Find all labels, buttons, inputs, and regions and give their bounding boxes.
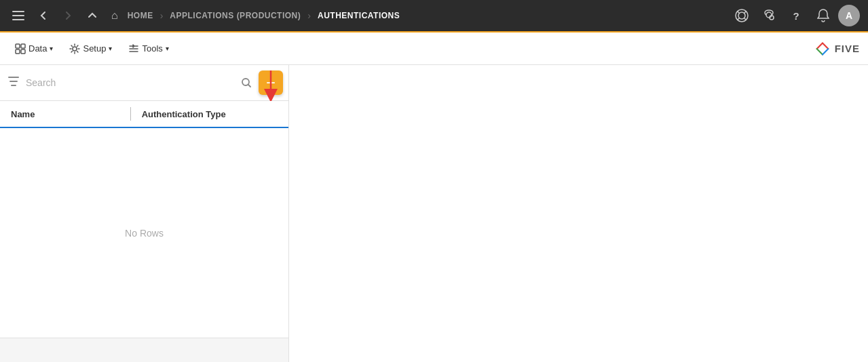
breadcrumb-separator-2: › bbox=[307, 10, 311, 21]
left-panel: + Name Authentication Type No Rows bbox=[0, 65, 289, 362]
svg-line-20 bbox=[248, 85, 251, 87]
five-logo-icon bbox=[813, 39, 832, 58]
column-header-name: Name bbox=[5, 109, 128, 119]
setup-dropdown-icon: ▾ bbox=[109, 45, 112, 52]
svg-rect-0 bbox=[12, 11, 24, 12]
breadcrumb-authentications: AUTHENTICATIONS bbox=[318, 11, 400, 20]
up-button[interactable] bbox=[83, 7, 102, 24]
forward-button[interactable] bbox=[58, 7, 77, 24]
search-icon bbox=[241, 77, 252, 88]
right-panel bbox=[289, 65, 868, 362]
svg-point-9 bbox=[766, 12, 772, 18]
tools-dropdown-icon: ▾ bbox=[166, 45, 169, 52]
svg-line-8 bbox=[744, 18, 747, 20]
svg-rect-13 bbox=[16, 49, 20, 54]
setup-menu-button[interactable]: Setup ▾ bbox=[62, 39, 119, 58]
support-icon-button[interactable] bbox=[730, 3, 754, 28]
tools-menu-button[interactable]: Tools ▾ bbox=[121, 39, 175, 58]
user-avatar-button[interactable]: A bbox=[838, 5, 860, 26]
back-button[interactable] bbox=[34, 7, 53, 24]
table-footer bbox=[0, 338, 288, 362]
home-icon: ⌂ bbox=[107, 7, 122, 24]
search-submit-button[interactable] bbox=[238, 75, 254, 91]
secondary-toolbar: Data ▾ Setup ▾ Tools ▾ FIVE bbox=[0, 33, 868, 65]
svg-rect-16 bbox=[8, 77, 19, 78]
svg-rect-2 bbox=[12, 19, 24, 20]
five-text: FIVE bbox=[835, 43, 860, 54]
column-header-auth-type: Authentication Type bbox=[134, 109, 283, 119]
svg-rect-17 bbox=[10, 81, 18, 82]
search-input[interactable] bbox=[26, 77, 234, 88]
svg-rect-12 bbox=[21, 44, 25, 48]
svg-rect-11 bbox=[16, 44, 20, 48]
five-logo: FIVE bbox=[813, 39, 860, 58]
setup-label: Setup bbox=[83, 43, 106, 54]
main-content: + Name Authentication Type No Rows bbox=[0, 65, 868, 362]
filter-icon bbox=[5, 74, 22, 92]
gear-icon bbox=[69, 43, 80, 54]
help-icon-button[interactable]: ? bbox=[784, 3, 808, 28]
svg-line-7 bbox=[738, 18, 740, 20]
breadcrumb-home[interactable]: HOME bbox=[128, 11, 153, 20]
red-arrow-icon bbox=[257, 67, 284, 101]
data-menu-button[interactable]: Data ▾ bbox=[8, 39, 60, 58]
table-body: No Rows bbox=[0, 128, 288, 338]
nav-right-actions: ? A bbox=[730, 3, 860, 28]
search-bar: + bbox=[0, 65, 288, 101]
menu-icon[interactable] bbox=[8, 8, 29, 23]
column-divider bbox=[130, 107, 131, 121]
tools-label: Tools bbox=[142, 43, 162, 54]
empty-message: No Rows bbox=[125, 228, 164, 239]
bell-icon-button[interactable] bbox=[811, 3, 835, 28]
svg-rect-18 bbox=[11, 85, 16, 86]
data-dropdown-icon: ▾ bbox=[50, 45, 53, 52]
data-grid-icon bbox=[15, 43, 26, 54]
top-navigation: ⌂ HOME › APPLICATIONS (PRODUCTION) › AUT… bbox=[0, 0, 868, 33]
breadcrumb-separator-1: › bbox=[160, 10, 164, 21]
svg-rect-1 bbox=[12, 15, 24, 16]
svg-line-5 bbox=[738, 12, 740, 14]
breadcrumb-applications[interactable]: APPLICATIONS (PRODUCTION) bbox=[170, 11, 301, 20]
table-header: Name Authentication Type bbox=[0, 101, 288, 128]
svg-point-15 bbox=[73, 47, 77, 51]
data-label: Data bbox=[29, 43, 47, 54]
tools-icon bbox=[128, 43, 139, 54]
chat-icon-button[interactable] bbox=[757, 3, 781, 28]
svg-line-6 bbox=[744, 12, 747, 14]
svg-rect-14 bbox=[21, 49, 25, 54]
